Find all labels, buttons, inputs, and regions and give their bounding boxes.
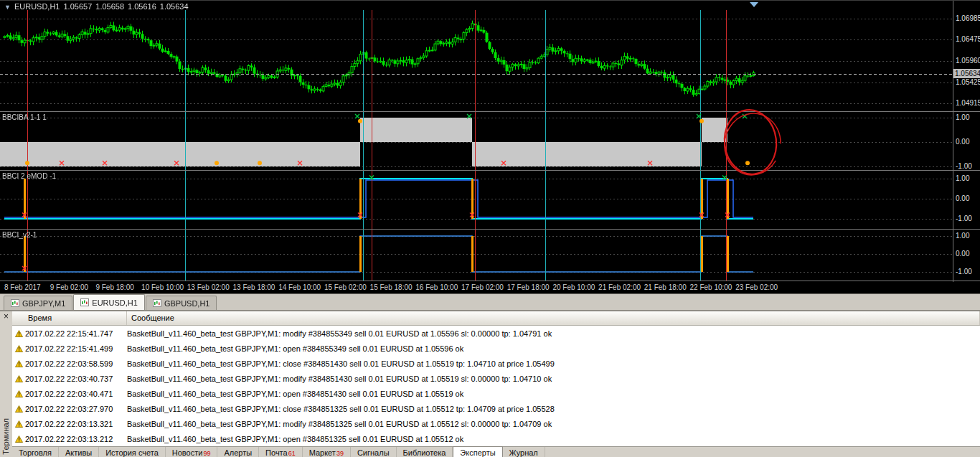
log-row[interactable]: 2017.02.22 22:03:27.970BasketBull_v11.46… (12, 401, 980, 416)
window-separator[interactable] (953, 111, 980, 112)
warning-icon (12, 390, 25, 397)
time-axis-label: 15 Feb 18:00 (370, 283, 413, 291)
time-axis-label: 9 Feb 18:00 (95, 283, 133, 291)
log-message: BasketBull_v11.460_beta_test GBPJPY,M1: … (127, 420, 980, 428)
log-row[interactable]: 2017.02.22 22:03:40.737BasketBull_v11.46… (12, 371, 980, 386)
log-header: Время Сообщение (12, 311, 980, 326)
time-axis-label: 9 Feb 02:00 (50, 283, 88, 291)
chart-symbol-period: EURUSD,H1 (14, 2, 60, 11)
window-separator[interactable] (953, 170, 980, 171)
chart-tab-label: EURUSD,H1 (92, 298, 138, 307)
terminal-close-button[interactable]: × (1, 312, 11, 321)
price-scale-label: 1.06985 (956, 14, 980, 22)
indicator-scale-label: 0.00 (956, 194, 969, 202)
price-scale-label: 1.04915 (956, 99, 980, 107)
time-axis-label: 21 Feb 02:00 (598, 283, 641, 291)
log-row[interactable]: 2017.02.22 22:03:40.471BasketBull_v11.46… (12, 386, 980, 401)
indicator-scale-label: 1.00 (956, 232, 969, 240)
price-scale[interactable]: 1.05634 1.069851.064751.059601.054251.04… (953, 1, 980, 282)
chart-tab-eurusd-h1[interactable]: EURUSD,H1 (73, 294, 145, 310)
chart-menu-arrow-icon[interactable]: ▼ (4, 4, 11, 11)
time-axis-label: 20 Feb 10:00 (552, 283, 595, 291)
indicator-scale-label: 0.00 (956, 138, 969, 146)
chart-tab-label: GBPUSD,H1 (164, 299, 210, 308)
log-time: 2017.02.22 22:15:41.499 (25, 344, 127, 353)
terminal-tab-library[interactable]: Библиотека (397, 447, 453, 457)
warning-icon (12, 345, 25, 352)
terminal-tab-label: Алерты (224, 448, 252, 457)
indicator-scale-label: -1.00 (956, 268, 972, 275)
terminal-tab-label: Журнал (509, 448, 538, 457)
terminal-tab-label: Библиотека (403, 448, 446, 457)
time-axis-label: 21 Feb 18:00 (644, 283, 687, 291)
time-axis-label: 17 Feb 18:00 (507, 283, 550, 291)
terminal-tab-assets[interactable]: Активы (59, 447, 99, 457)
time-axis-label: 13 Feb 18:00 (233, 283, 275, 291)
indicator-scale-label: -1.00 (956, 215, 972, 222)
time-axis-label: 16 Feb 10:00 (415, 283, 458, 291)
terminal-tab-experts[interactable]: Эксперты (453, 446, 502, 457)
indicator-scale-label: 1.00 (956, 174, 969, 182)
chart-tab-label: GBPJPY,M1 (22, 299, 65, 308)
indicator-scale-label: 0.00 (956, 250, 969, 258)
time-axis[interactable]: 8 Feb 20179 Feb 02:009 Feb 18:0010 Feb 1… (0, 282, 953, 293)
log-message: BasketBull_v11.460_beta_test GBPJPY,M1: … (127, 374, 980, 383)
ohlc-low: 1.05616 (128, 2, 156, 11)
time-axis-label: 8 Feb 2017 (4, 283, 41, 291)
price-scale-label: 1.06475 (956, 35, 980, 43)
warning-icon (12, 420, 25, 428)
terminal-tab-alerts[interactable]: Алерты (217, 447, 259, 457)
terminal-tab-label: Почта (265, 448, 288, 457)
current-price-badge: 1.05634 (953, 69, 980, 78)
chart-title: ▼EURUSD,H11.056571.056581.056161.05634 (4, 2, 192, 11)
terminal-tab-signals[interactable]: Сигналы (351, 447, 397, 457)
log-time: 2017.02.22 22:03:13.321 (25, 420, 127, 428)
chart-tab-bar: GBPJPY,M1EURUSD,H1GBPUSD,H1 (0, 293, 980, 311)
warning-icon (12, 405, 25, 413)
ohlc-open: 1.05657 (64, 2, 93, 11)
warning-icon (12, 360, 25, 367)
log-row[interactable]: 2017.02.22 22:15:41.499BasketBull_v11.46… (12, 341, 980, 356)
price-chart-canvas[interactable] (0, 1, 953, 282)
column-header-message[interactable]: Сообщение (127, 311, 980, 325)
terminal-sidebar: × Терминал (0, 311, 12, 457)
terminal-tab-mail[interactable]: Почта61 (259, 447, 303, 457)
time-axis-label: 23 Feb 02:00 (735, 283, 778, 291)
time-axis-label: 15 Feb 02:00 (324, 283, 367, 291)
log-row[interactable]: 2017.02.22 22:03:13.321BasketBull_v11.46… (12, 416, 980, 431)
log-time: 2017.02.22 22:03:27.970 (25, 405, 127, 413)
terminal-tab-account-history[interactable]: История счета (99, 447, 166, 457)
terminal-tab-journal[interactable]: Журнал (503, 447, 545, 457)
terminal-tab-market[interactable]: Маркет39 (303, 447, 351, 457)
terminal-tab-trade[interactable]: Торговля (12, 447, 59, 457)
window-separator[interactable] (953, 229, 980, 230)
column-header-time[interactable]: Время (12, 311, 127, 325)
terminal-tab-news[interactable]: Новости99 (166, 447, 218, 457)
log-row[interactable]: 2017.02.22 22:03:58.599BasketBull_v11.46… (12, 356, 980, 371)
indicator-label-bbci-v2: BBCI_v2-1 (2, 231, 37, 239)
log-rows: 2017.02.22 22:15:41.747BasketBull_v11.46… (12, 326, 980, 446)
terminal-panel: Время Сообщение 2017.02.22 22:15:41.747B… (12, 311, 980, 446)
ohlc-high: 1.05658 (95, 2, 124, 11)
terminal-tab-label: Торговля (19, 448, 52, 457)
indicator-label-bbci-emod: BBCI 2 eMOD -1 (2, 172, 56, 180)
warning-icon (12, 435, 25, 443)
chart-tab-gbpjpy-m1[interactable]: GBPJPY,M1 (4, 296, 72, 310)
terminal-tab-label: Эксперты (460, 448, 495, 457)
chart-tab-gbpusd-h1[interactable]: GBPUSD,H1 (146, 296, 217, 310)
log-time: 2017.02.22 22:15:41.747 (25, 329, 127, 338)
warning-icon (12, 375, 25, 382)
window-separator[interactable] (953, 281, 980, 281)
terminal-tab-label: История счета (105, 448, 159, 457)
mini-chart-icon (153, 299, 161, 307)
tab-count-badge: 61 (288, 450, 296, 457)
time-axis-label: 17 Feb 02:00 (461, 283, 504, 291)
time-axis-label: 13 Feb 02:00 (187, 283, 230, 291)
price-scale-label: 1.05425 (956, 78, 980, 86)
warning-icon (12, 330, 25, 337)
terminal-tab-label: Сигналы (357, 448, 390, 457)
terminal-tab-label: Новости (172, 448, 203, 457)
mt4-window: ▼EURUSD,H11.056571.056581.056161.05634 B… (0, 0, 980, 457)
log-row[interactable]: 2017.02.22 22:15:41.747BasketBull_v11.46… (12, 326, 980, 341)
log-row[interactable]: 2017.02.22 22:03:13.212BasketBull_v11.46… (12, 431, 980, 446)
